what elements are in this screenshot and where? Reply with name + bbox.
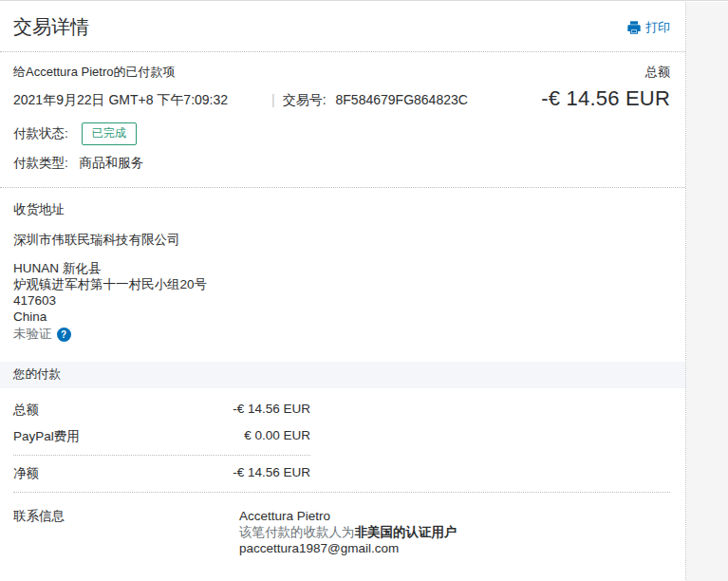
divider-pipe: | — [271, 92, 275, 107]
print-button[interactable]: 打印 — [626, 19, 670, 36]
payment-to-text: 给Accettura Pietro的已付款项 — [13, 64, 176, 81]
shipping-line-postal: 417603 — [13, 292, 670, 309]
payee-note-prefix: 该笔付款的收款人为 — [239, 525, 355, 539]
net-amount-value: -€ 14.56 EUR — [233, 465, 310, 482]
shipping-line-street: 炉观镇进军村第十一村民小组20号 — [13, 276, 670, 292]
amount-row-value: -€ 14.56 EUR — [233, 402, 310, 419]
payment-type-label: 付款类型: — [13, 156, 68, 170]
transaction-id-label: 交易号: — [283, 92, 327, 109]
contact-info-row: 联系信息 Accettura Pietro 该笔付款的收款人为非美国的认证用户 … — [0, 493, 685, 556]
shipping-line-country: China — [13, 309, 670, 325]
payee-row: 收款人 paccettura1987@gmail.com — [0, 570, 685, 581]
payee-email: paccettura1987@gmail.com — [239, 540, 670, 556]
transaction-id-value: 8F584679FG864823C — [336, 92, 468, 107]
amount-row-net: 净额 -€ 14.56 EUR — [13, 465, 310, 482]
page-background-strip — [686, 2, 728, 581]
total-amount-label: 总额 — [645, 64, 670, 81]
shipping-line-region: HUNAN 新化县 — [13, 260, 670, 276]
transaction-date: 2021年9月22日 GMT+8 下午7:09:32 — [13, 92, 271, 109]
amount-row-label: 总额 — [13, 402, 39, 419]
amount-row-total: 总额 -€ 14.56 EUR — [13, 402, 310, 419]
payment-amounts-section: 总额 -€ 14.56 EUR PayPal费用 € 0.00 EUR 净额 -… — [0, 388, 685, 493]
shipping-address-title: 收货地址 — [13, 201, 670, 218]
print-button-label: 打印 — [645, 19, 670, 36]
amount-row-label: PayPal费用 — [13, 428, 80, 445]
page-title: 交易详情 — [13, 14, 89, 40]
payee-note-bold: 非美国的认证用户 — [355, 525, 457, 539]
payee-note: 该笔付款的收款人为非美国的认证用户 — [239, 524, 670, 540]
contact-info-label: 联系信息 — [13, 508, 239, 556]
amount-row-fee: PayPal费用 € 0.00 EUR — [13, 428, 310, 445]
shipping-address-section: 收货地址 深圳市伟联民瑞科技有限公司 HUNAN 新化县 炉观镇进军村第十一村民… — [0, 188, 685, 356]
partial-divider — [13, 455, 310, 456]
your-payment-header: 您的付款 — [0, 362, 685, 388]
net-amount-label: 净额 — [13, 465, 39, 482]
status-badge: 已完成 — [82, 122, 137, 145]
transaction-details-card: 交易详情 打印 给Accettura Pietro的已付款项 总额 2021年9… — [0, 2, 686, 581]
printer-icon — [626, 20, 642, 35]
shipping-company: 深圳市伟联民瑞科技有限公司 — [13, 232, 670, 249]
payment-type-value: 商品和服务 — [80, 156, 144, 170]
unverified-label: 未验证 — [13, 326, 52, 343]
total-amount-value: -€ 14.56 EUR — [541, 86, 670, 111]
summary-section: 给Accettura Pietro的已付款项 总额 2021年9月22日 GMT… — [0, 52, 685, 188]
payee-name: Accettura Pietro — [239, 508, 670, 524]
amount-row-value: € 0.00 EUR — [244, 428, 310, 445]
payment-status-label: 付款状态: — [13, 125, 68, 142]
page-header: 交易详情 打印 — [0, 2, 685, 52]
help-question-icon[interactable]: ? — [57, 328, 71, 342]
